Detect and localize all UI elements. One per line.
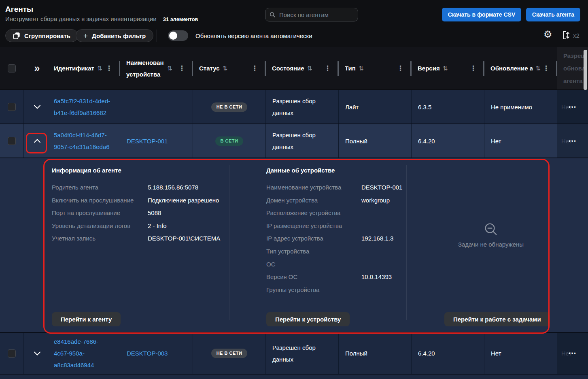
column-header-identifier[interactable]: Идентификатор ⇅ ⋮ [51, 47, 120, 89]
group-icon [13, 32, 20, 39]
sort-icon[interactable]: ⇅ [307, 65, 312, 72]
row-checkbox[interactable] [8, 103, 16, 111]
device-info-section: Данные об устройстве Наименование устрой… [266, 167, 406, 299]
device-info-title: Данные об устройстве [266, 167, 406, 174]
search-icon [270, 11, 275, 18]
row-checkbox[interactable] [8, 349, 16, 358]
page-subtitle: Инструмент сбора данных в задачах инвент… [5, 15, 157, 22]
section-divider [406, 165, 407, 320]
toggle-knob [169, 32, 177, 40]
section-divider [229, 165, 229, 320]
group-button-label: Сгруппировать [24, 32, 70, 39]
state-cell: Разрешен сбор данных [265, 90, 338, 123]
tasks-empty-state: Задачи не обнаружены [430, 222, 552, 248]
state-cell: Разрешен сбор данных [265, 333, 338, 374]
version-cell: 6.3.5 [411, 90, 484, 123]
table-header-row: » Идентификатор ⇅ ⋮ Наименование устройс… [0, 47, 588, 90]
sort-icon[interactable]: ⇅ [223, 65, 228, 72]
row-height-toggle[interactable]: x2 [562, 30, 580, 40]
status-badge: НЕ В СЕТИ [211, 349, 248, 358]
chevron-down-icon [34, 351, 40, 356]
agent-detail-panel: Информация об агенте Родитель агента5.18… [0, 158, 588, 333]
table-row: e8416ade-7686-4c67-950a-a8c83ad46944 DES… [0, 333, 588, 375]
type-cell: Лайт [338, 90, 411, 123]
goto-device-button[interactable]: Перейти к устройству [266, 312, 350, 326]
goto-agent-button[interactable]: Перейти к агенту [52, 312, 121, 326]
row-actions-menu[interactable]: ••• [569, 135, 577, 147]
agent-id-link[interactable]: 6a5fc7f2-831d-4ded-b41e-f6df9a816682 [54, 95, 119, 119]
goto-tasks-button[interactable]: Перейти к работе с задачами [444, 312, 550, 326]
device-name-link[interactable]: DESKTOP-003 [127, 347, 168, 359]
page-title: Агенты [5, 5, 33, 14]
toolbar-divider [157, 30, 157, 42]
column-header-status[interactable]: Статус ⇅ ⋮ [193, 47, 265, 89]
agent-info-section: Информация об агенте Родитель агента5.18… [52, 167, 224, 248]
agent-id-link[interactable]: 5a04f0cf-ff14-46d7-9057-c4e31a16eda6 [54, 129, 119, 153]
group-button[interactable]: Сгруппировать [5, 29, 78, 42]
column-header-state[interactable]: Состояние ⇅ ⋮ [265, 47, 338, 89]
download-agent-button[interactable]: Скачать агента [526, 8, 580, 21]
state-cell: Разрешен сбор данных [265, 124, 338, 158]
column-menu-icon[interactable]: ⋮ [106, 64, 113, 72]
collapse-all-icon[interactable]: » [34, 63, 40, 73]
next-row-partial [0, 375, 588, 379]
chevron-down-icon [34, 105, 40, 109]
device-name-link[interactable]: DESKTOP-001 [127, 135, 168, 147]
header-checkbox-cell [0, 47, 23, 89]
tasks-empty-text: Задачи не обнаружены [430, 241, 552, 248]
vertical-scrollbar-thumb[interactable] [584, 50, 587, 90]
table-row-expanded: 5a04f0cf-ff14-46d7-9057-c4e31a16eda6 DES… [0, 124, 588, 158]
items-count: 31 элементов [163, 16, 198, 22]
sort-icon[interactable]: ⇅ [359, 65, 364, 72]
sort-icon[interactable]: ⇅ [535, 65, 541, 72]
add-filter-button[interactable]: + Добавить фильтр [76, 29, 153, 42]
page-subtitle-row: Инструмент сбора данных в задачах инвент… [5, 15, 198, 22]
row-checkbox[interactable] [8, 137, 16, 145]
agents-table: » Идентификатор ⇅ ⋮ Наименование устройс… [0, 47, 588, 379]
select-all-checkbox[interactable] [8, 64, 16, 72]
column-menu-icon[interactable]: ⋮ [178, 64, 185, 72]
sort-icon[interactable]: ⇅ [167, 65, 172, 72]
update-cell: Нет [484, 124, 557, 158]
auto-update-toggle[interactable] [168, 30, 188, 41]
version-cell: 6.4.20 [411, 124, 484, 158]
collapse-row-button[interactable] [23, 124, 51, 158]
collapse-all-cell: » [23, 47, 51, 89]
row-height-icon [562, 30, 571, 40]
plus-icon: + [83, 32, 88, 40]
agent-id-link[interactable]: e8416ade-7686-4c67-950a-a8c83ad46944 [54, 336, 104, 371]
page-header: Агенты Инструмент сбора данных в задачах… [0, 0, 588, 24]
column-header-version[interactable]: Версия ⇅ ⋮ [411, 47, 484, 89]
row-actions-menu[interactable]: ••• [569, 347, 577, 359]
chevron-up-icon [34, 139, 40, 143]
auto-update-label: Обновлять версию агента автоматически [195, 32, 312, 39]
version-cell: 6.4.20 [411, 333, 484, 374]
search-input[interactable] [278, 11, 354, 19]
column-header-device-name[interactable]: Наименование устройства ⇅ ⋮ [120, 47, 193, 89]
sort-icon[interactable]: ⇅ [443, 65, 448, 72]
agent-info-title: Информация об агенте [52, 167, 224, 174]
update-cell: Не применимо [484, 90, 557, 123]
expand-row-button[interactable] [23, 90, 51, 123]
download-csv-button[interactable]: Скачать в формате CSV [442, 8, 521, 21]
status-badge: НЕ В СЕТИ [211, 102, 248, 112]
zoom-out-icon [484, 222, 498, 236]
expand-row-button[interactable] [23, 333, 51, 374]
search-box [265, 8, 358, 21]
sort-icon[interactable]: ⇅ [97, 65, 102, 72]
settings-gear-icon[interactable]: ⚙ [543, 30, 552, 39]
row-actions-menu[interactable]: ••• [569, 101, 577, 113]
add-filter-button-label: Добавить фильтр [92, 32, 146, 39]
agents-page: Агенты Инструмент сбора данных в задачах… [0, 0, 588, 379]
column-header-agent-update[interactable]: Обновление агента ⇅ ⋮ [484, 47, 557, 89]
column-menu-icon[interactable]: ⋮ [470, 64, 477, 72]
column-menu-icon[interactable]: ⋮ [251, 64, 258, 72]
column-header-type[interactable]: Тип ⇅ ⋮ [338, 47, 411, 89]
column-menu-icon[interactable]: ⋮ [543, 64, 550, 72]
column-menu-icon[interactable]: ⋮ [324, 64, 331, 72]
table-toolbar: Сгруппировать + Добавить фильтр Обновлят… [0, 24, 588, 47]
status-badge: В СЕТИ [215, 136, 244, 146]
type-cell: Полный [338, 124, 411, 158]
table-row: 6a5fc7f2-831d-4ded-b41e-f6df9a816682 НЕ … [0, 90, 588, 124]
column-menu-icon[interactable]: ⋮ [397, 64, 404, 72]
